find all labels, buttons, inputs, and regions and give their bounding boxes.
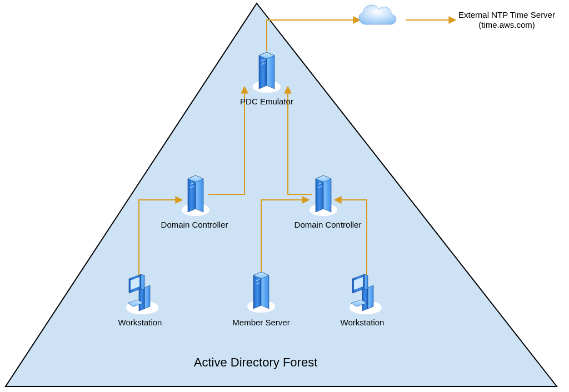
forest-triangle — [6, 3, 557, 386]
external-ntp-host: (time.aws.com) — [478, 20, 535, 29]
cloud-icon — [359, 5, 396, 24]
member-server-label: Member Server — [232, 318, 290, 327]
diagram-canvas: External NTP Time Server (time.aws.com) … — [0, 0, 569, 392]
pdc-emulator-label: PDC Emulator — [240, 97, 293, 106]
dc-left-label: Domain Controller — [161, 220, 228, 229]
forest-title: Active Directory Forest — [194, 355, 318, 369]
dc-right-label: Domain Controller — [295, 220, 362, 229]
ws-left-label: Workstation — [118, 318, 162, 327]
external-ntp-title: External NTP Time Server — [458, 10, 555, 19]
ws-right-label: Workstation — [341, 318, 385, 327]
